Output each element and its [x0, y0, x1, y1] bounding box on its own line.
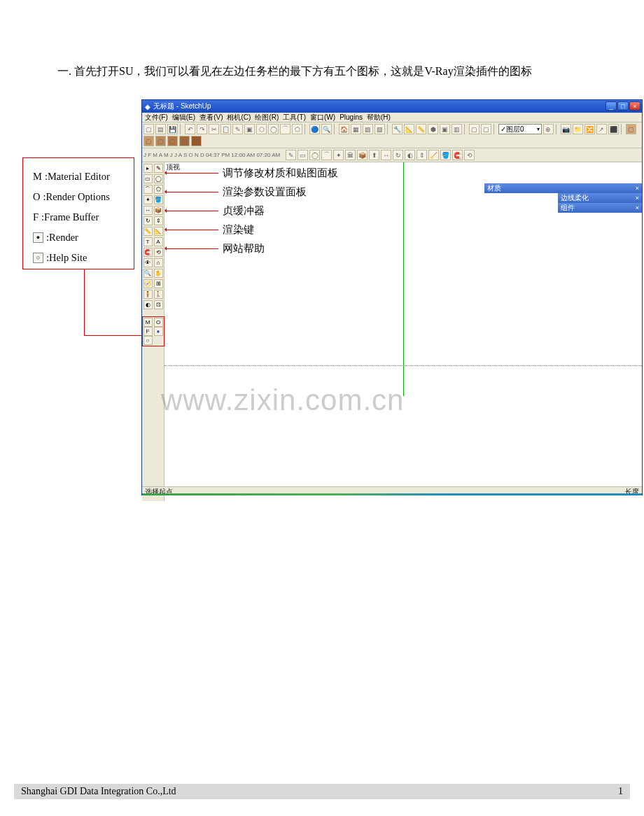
side-tool[interactable]: ✎: [154, 164, 163, 173]
tool-button[interactable]: ◯: [268, 124, 279, 134]
panel-close-icon[interactable]: ×: [636, 185, 639, 192]
side-tool[interactable]: 📏: [144, 227, 153, 236]
tool-button[interactable]: ⌒: [321, 150, 332, 160]
tool-button[interactable]: ▣: [244, 124, 255, 134]
side-tool[interactable]: ⌂: [154, 258, 163, 267]
side-tool[interactable]: ◯: [154, 174, 163, 183]
tool-button[interactable]: 🧲: [452, 150, 463, 160]
side-tool[interactable]: ↔: [144, 206, 153, 215]
layer-selector[interactable]: ✓ 图层0 ▾: [498, 124, 542, 134]
vray-material-editor-button[interactable]: M: [144, 318, 153, 327]
menu-item[interactable]: 窗口(W): [310, 113, 335, 122]
side-tool[interactable]: ⇕: [154, 216, 163, 225]
tool-button[interactable]: ↷: [197, 124, 207, 134]
side-tool[interactable]: ⌒: [144, 185, 153, 194]
tool-button[interactable]: 🔀: [584, 124, 595, 134]
tool-button[interactable]: ▢: [155, 136, 166, 146]
tool-button[interactable]: 🧹: [428, 150, 439, 160]
menu-item[interactable]: 工具(T): [283, 113, 306, 122]
panel-close-icon[interactable]: ×: [636, 195, 639, 202]
tool-button[interactable]: ⟲: [464, 150, 475, 160]
vray-render-options-button[interactable]: O: [154, 318, 163, 327]
vray-frame-buffer-button[interactable]: F: [144, 327, 153, 336]
tool-button[interactable]: 📁: [573, 124, 583, 134]
tool-button[interactable]: ▢: [179, 136, 190, 146]
menu-item[interactable]: 绘图(R): [255, 113, 279, 122]
tool-button[interactable]: ◐: [405, 150, 415, 160]
vray-render-button[interactable]: ●: [154, 327, 163, 336]
tool-button[interactable]: ↻: [393, 150, 403, 160]
tool-button[interactable]: ▣: [440, 124, 450, 134]
tool-button[interactable]: 📋: [220, 124, 231, 134]
tool-button[interactable]: ⊕: [543, 124, 554, 134]
panel-soften-edges[interactable]: 边线柔化×: [558, 193, 642, 203]
side-tool[interactable]: A: [154, 237, 163, 246]
tool-button[interactable]: ↔: [381, 150, 391, 160]
tool-button[interactable]: ⇕: [416, 150, 427, 160]
panel-close-icon[interactable]: ×: [636, 204, 639, 211]
side-tool[interactable]: ▸: [144, 164, 153, 173]
tool-button[interactable]: ⬡: [256, 124, 267, 134]
menu-item[interactable]: 编辑(E): [172, 113, 195, 122]
side-tool[interactable]: 👁: [144, 258, 153, 267]
side-tool[interactable]: ▭: [144, 174, 153, 183]
tool-button[interactable]: ▨: [363, 124, 373, 134]
side-tool[interactable]: 🧭: [144, 279, 153, 288]
side-tool[interactable]: ⟲: [154, 248, 163, 257]
side-tool[interactable]: ⊞: [154, 279, 163, 288]
tool-button[interactable]: 💾: [167, 124, 178, 134]
menu-item[interactable]: Plugins: [340, 113, 363, 122]
tool-button[interactable]: ✎: [286, 150, 296, 160]
menu-item[interactable]: 相机(C): [227, 113, 251, 122]
tool-button[interactable]: ▢: [144, 136, 154, 146]
tool-button[interactable]: ▭: [298, 150, 308, 160]
tool-button[interactable]: 🔧: [392, 124, 402, 134]
tool-button[interactable]: 🔍: [321, 124, 332, 134]
menu-item[interactable]: 帮助(H): [367, 113, 391, 122]
tool-button[interactable]: ▧: [374, 124, 385, 134]
vray-help-site-button[interactable]: ○: [144, 336, 153, 345]
tool-button[interactable]: 🏛: [345, 150, 356, 160]
tool-button[interactable]: ▦: [351, 124, 361, 134]
tool-button[interactable]: 📦: [357, 150, 368, 160]
side-tool[interactable]: 🪣: [154, 195, 163, 204]
tool-button[interactable]: ⬢: [428, 124, 438, 134]
menu-item[interactable]: 查看(V): [200, 113, 223, 122]
tool-button[interactable]: ▤: [155, 124, 166, 134]
tool-button[interactable]: ⬛: [608, 124, 619, 134]
tool-button[interactable]: 🪣: [440, 150, 451, 160]
tool-button[interactable]: ▢: [626, 124, 636, 134]
tool-button[interactable]: 🔵: [309, 124, 320, 134]
side-tool[interactable]: ⊡: [154, 300, 163, 309]
tool-button[interactable]: ⬆: [369, 150, 379, 160]
side-tool[interactable]: ◐: [144, 300, 153, 309]
panel-components[interactable]: 组件×: [558, 203, 642, 213]
tool-button[interactable]: ◯: [309, 150, 320, 160]
panel-materials[interactable]: 材质×: [484, 183, 642, 193]
tool-button[interactable]: ▢: [481, 124, 491, 134]
tool-button[interactable]: ▢: [191, 136, 202, 146]
close-button[interactable]: ×: [629, 101, 640, 111]
side-tool[interactable]: 🚶: [154, 290, 163, 299]
side-tool[interactable]: ✦: [144, 195, 153, 204]
side-tool[interactable]: 📦: [154, 206, 163, 215]
tool-button[interactable]: 📷: [561, 124, 571, 134]
tool-button[interactable]: ↗: [596, 124, 607, 134]
side-tool[interactable]: 📐: [154, 227, 163, 236]
tool-button[interactable]: ⬠: [292, 124, 302, 134]
tool-button[interactable]: 📐: [404, 124, 414, 134]
side-tool[interactable]: ✋: [154, 269, 163, 278]
side-tool[interactable]: T: [144, 237, 153, 246]
side-tool[interactable]: 🧲: [144, 248, 153, 257]
tool-button[interactable]: 🏠: [339, 124, 349, 134]
side-tool[interactable]: ↻: [144, 216, 153, 225]
tool-button[interactable]: ⌒: [280, 124, 290, 134]
side-tool[interactable]: 🔍: [144, 269, 153, 278]
menu-item[interactable]: 文件(F): [145, 113, 168, 122]
tool-button[interactable]: ▢: [167, 136, 178, 146]
tool-button[interactable]: ▥: [451, 124, 462, 134]
tool-button[interactable]: ▢: [469, 124, 479, 134]
side-tool[interactable]: ⬠: [154, 185, 163, 194]
side-tool[interactable]: 🧍: [144, 290, 153, 299]
tool-button[interactable]: ▢: [144, 124, 154, 134]
